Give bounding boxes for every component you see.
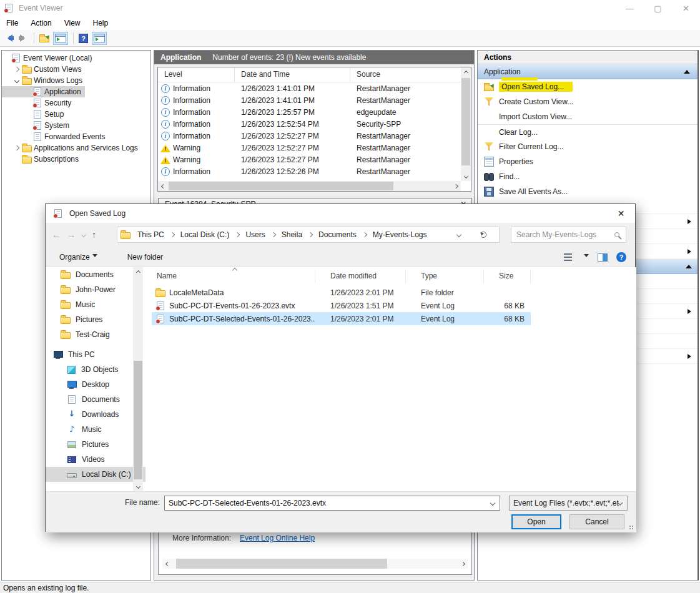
tree-item[interactable]: Application	[2, 86, 85, 97]
event-row[interactable]: Warning 1/26/2023 12:52:27 PM RestartMan…	[158, 142, 461, 154]
tree-item[interactable]: System	[2, 120, 73, 131]
sidebar-item[interactable]: Desktop	[46, 377, 145, 392]
back-icon[interactable]	[4, 34, 14, 42]
action-item[interactable]: Clear Log...	[478, 124, 698, 139]
sidebar-item-this-pc[interactable]: This PC	[46, 347, 145, 362]
preview-horizontal-scrollbar[interactable]	[162, 559, 468, 569]
breadcrumb-item[interactable]: Users	[242, 230, 278, 239]
sidebar-item[interactable]: 3D Objects	[46, 362, 145, 377]
file-type-combobox[interactable]: Event Log Files (*.evtx;*.evt;*.et	[509, 496, 628, 511]
scroll-up-icon[interactable]	[133, 267, 143, 277]
breadcrumb-item[interactable]: Sheila	[279, 230, 315, 239]
file-name-combobox[interactable]	[164, 496, 500, 511]
column-size[interactable]: Size	[484, 270, 531, 283]
action-item[interactable]: Open Saved Log...	[478, 79, 698, 94]
view-options-caret-icon[interactable]	[584, 254, 589, 260]
forward-icon[interactable]	[18, 34, 29, 42]
file-name-dropdown-icon[interactable]	[490, 501, 495, 506]
open-button[interactable]: Open	[511, 514, 561, 529]
sidebar-quick-item[interactable]: Music	[46, 297, 145, 312]
scroll-left-icon[interactable]	[162, 559, 172, 569]
action-item[interactable]: Save All Events As...	[478, 184, 698, 199]
scroll-right-icon[interactable]	[458, 559, 468, 569]
minimize-button[interactable]: —	[616, 0, 644, 16]
menu-item[interactable]: Help	[87, 17, 115, 29]
scroll-down-icon[interactable]	[133, 481, 143, 491]
column-datetime[interactable]: Date and Time	[235, 67, 350, 82]
event-row[interactable]: Information 1/26/2023 12:52:27 PM Restar…	[158, 130, 461, 142]
address-dropdown-icon[interactable]	[456, 232, 461, 237]
recent-locations-icon[interactable]	[81, 232, 86, 237]
open-saved-log-icon[interactable]	[39, 36, 49, 42]
file-name-input[interactable]	[165, 499, 491, 507]
event-row[interactable]: Warning 1/26/2023 12:52:27 PM RestartMan…	[158, 154, 461, 165]
breadcrumb-item[interactable]: Documents	[315, 230, 370, 239]
column-level[interactable]: Level	[158, 67, 235, 82]
scroll-left-icon[interactable]	[158, 181, 168, 191]
menu-item[interactable]: Action	[24, 17, 57, 29]
events-vertical-scrollbar[interactable]	[461, 67, 471, 181]
tree-item[interactable]: Subscriptions	[2, 154, 82, 165]
file-row[interactable]: SubC-PC-DT-Selected-Events-01-26-2023...…	[152, 312, 531, 325]
column-type[interactable]: Type	[406, 270, 484, 283]
tree-item[interactable]: Event Viewer (Local)	[2, 52, 96, 64]
file-row[interactable]: SubC-PC-DT-Events-01-26-2023.evtx 1/26/2…	[152, 299, 531, 312]
sidebar-item[interactable]: Local Disk (C:)	[46, 467, 145, 482]
search-input[interactable]	[516, 230, 604, 239]
menu-item[interactable]: File	[0, 17, 24, 29]
breadcrumb-item[interactable]: Local Disk (C:)	[177, 230, 243, 239]
help-icon[interactable]	[616, 252, 626, 262]
tree-item[interactable]: Applications and Services Logs	[2, 142, 142, 154]
maximize-button[interactable]: ▢	[644, 0, 672, 16]
sidebar-quick-item[interactable]: John-Power	[46, 282, 145, 297]
tree-item[interactable]: Setup	[2, 109, 67, 120]
dialog-close-icon[interactable]: ✕	[607, 204, 635, 223]
tree-item[interactable]: Windows Logs	[2, 75, 86, 86]
tree-item[interactable]: Forwarded Events	[2, 131, 109, 142]
events-horizontal-scrollbar[interactable]	[158, 181, 461, 191]
action-item[interactable]: Import Custom View...	[478, 109, 698, 124]
menu-item[interactable]: View	[58, 17, 87, 29]
sidebar-scrollbar[interactable]	[133, 267, 143, 491]
sidebar-item[interactable]: Videos	[46, 452, 145, 467]
forward-icon[interactable]: →	[67, 230, 76, 240]
help-icon[interactable]	[79, 34, 88, 43]
search-box[interactable]	[511, 227, 626, 243]
resize-grip[interactable]	[629, 526, 634, 531]
sidebar-item[interactable]: Music	[46, 422, 145, 437]
address-bar[interactable]: This PCLocal Disk (C:)UsersSheilaDocumen…	[117, 227, 468, 243]
breadcrumb-item[interactable]: This PC	[134, 230, 177, 239]
event-row[interactable]: Information 1/26/2023 12:52:26 PM Restar…	[158, 165, 461, 177]
action-item[interactable]: Find...	[478, 169, 698, 184]
action-item[interactable]: Properties	[478, 154, 698, 169]
event-row[interactable]: Information 1/26/2023 1:25:57 PM edgeupd…	[158, 106, 461, 118]
sidebar-item[interactable]: Downloads	[46, 407, 145, 422]
close-button[interactable]: ✕	[672, 0, 700, 16]
up-icon[interactable]: ↑	[92, 230, 96, 240]
sidebar-quick-item[interactable]: Test-Craig	[46, 327, 145, 342]
tree-item[interactable]: Custom Views	[2, 64, 85, 75]
event-log-online-help-link[interactable]: Event Log Online Help	[240, 534, 315, 542]
column-name[interactable]: Name	[152, 270, 315, 283]
scroll-down-icon[interactable]	[461, 171, 471, 181]
column-source[interactable]: Source	[350, 67, 461, 82]
change-view-icon[interactable]	[564, 253, 572, 261]
show-hide-action-pane-button[interactable]	[92, 32, 107, 45]
collapse-section-icon[interactable]	[684, 70, 690, 74]
cancel-button[interactable]: Cancel	[569, 514, 624, 529]
file-row[interactable]: LocaleMetaData 1/26/2023 2:01 PM File fo…	[152, 286, 531, 299]
refresh-button[interactable]	[467, 227, 500, 243]
sidebar-quick-item[interactable]: Pictures	[46, 312, 145, 327]
event-row[interactable]: Information 1/26/2023 12:52:54 PM Securi…	[158, 118, 461, 130]
event-row[interactable]: Information 1/26/2023 1:41:01 PM Restart…	[158, 94, 461, 106]
sidebar-item[interactable]: Pictures	[46, 437, 145, 452]
sidebar-quick-item[interactable]: Documents	[46, 267, 145, 282]
preview-pane-icon[interactable]	[598, 253, 608, 262]
show-hide-console-tree-button[interactable]	[53, 32, 68, 45]
back-icon[interactable]: ←	[52, 230, 61, 240]
new-folder-button[interactable]: New folder	[127, 253, 163, 262]
scroll-right-icon[interactable]	[451, 181, 461, 191]
tree-expander-icon[interactable]	[14, 78, 19, 83]
sidebar-item[interactable]: Documents	[46, 392, 145, 407]
column-date-modified[interactable]: Date modified	[315, 270, 406, 283]
